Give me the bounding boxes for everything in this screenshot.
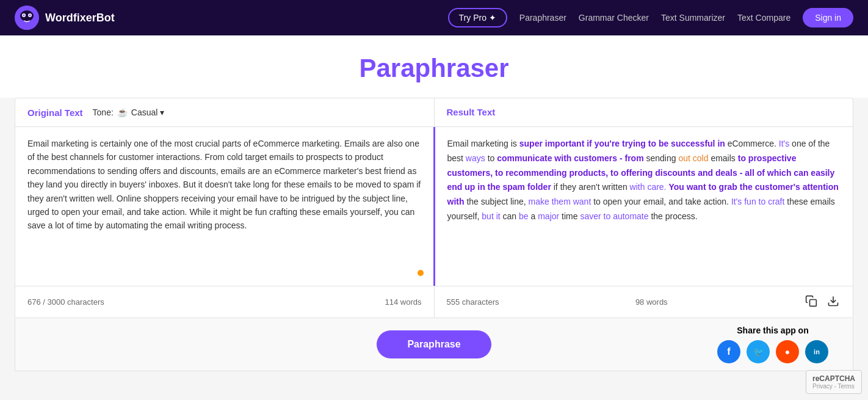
svg-rect-7 bbox=[24, 24, 30, 25]
copy-icon bbox=[805, 295, 817, 307]
highlight-1: super important if you're trying to be s… bbox=[519, 139, 725, 148]
sign-in-button[interactable]: Sign in bbox=[803, 8, 853, 27]
try-pro-button[interactable]: Try Pro ✦ bbox=[448, 8, 507, 27]
result-content: Email marketing is super important if yo… bbox=[447, 137, 841, 224]
highlight-10: It's fun to craft bbox=[731, 197, 785, 206]
char-count: 676 / 3000 characters bbox=[27, 297, 104, 307]
tone-label: Tone: bbox=[93, 107, 114, 117]
facebook-share-button[interactable]: f bbox=[717, 340, 740, 363]
linkedin-icon: in bbox=[814, 348, 820, 355]
copy-button[interactable] bbox=[804, 294, 819, 310]
twitter-icon: 🐦 bbox=[753, 347, 764, 357]
recaptcha-label: reCAPTCHA bbox=[812, 374, 855, 383]
highlight-2: It's bbox=[779, 139, 789, 148]
highlight-5: out cold bbox=[678, 153, 708, 163]
panel-footer: 676 / 3000 characters 114 words 555 char… bbox=[15, 286, 853, 318]
facebook-icon: f bbox=[727, 346, 730, 357]
tone-dropdown[interactable]: Casual ▾ bbox=[131, 107, 165, 117]
tone-value: Casual bbox=[131, 107, 158, 117]
recaptcha-box: reCAPTCHA Privacy - Terms bbox=[806, 370, 862, 394]
highlight-14: saver to automate bbox=[580, 211, 648, 221]
tone-icon: ☕ bbox=[117, 107, 128, 117]
twitter-share-button[interactable]: 🐦 bbox=[747, 340, 770, 363]
bottom-area: Paraphrase Share this app on f 🐦 ● in bbox=[15, 318, 853, 371]
panel-header: Original Text Tone: ☕ Casual ▾ Result Te… bbox=[15, 98, 853, 127]
highlight-4: communicate with customers - from bbox=[497, 153, 643, 163]
highlight-13: major bbox=[538, 211, 559, 221]
linkedin-share-button[interactable]: in bbox=[805, 340, 828, 363]
nav-text-compare[interactable]: Text Compare bbox=[737, 13, 790, 23]
footer-right: 555 characters 98 words bbox=[435, 286, 853, 318]
highlight-3: ways bbox=[466, 153, 485, 163]
page-title: Paraphraser bbox=[0, 54, 868, 83]
panel-header-right: Result Text bbox=[435, 98, 853, 126]
main-panel: Original Text Tone: ☕ Casual ▾ Result Te… bbox=[15, 98, 853, 318]
word-count: 114 words bbox=[385, 297, 422, 307]
share-area: Share this app on f 🐦 ● in bbox=[717, 325, 828, 363]
result-char-count: 555 characters bbox=[447, 297, 499, 307]
download-button[interactable] bbox=[826, 294, 841, 310]
nav-grammar-checker[interactable]: Grammar Checker bbox=[579, 13, 649, 23]
highlight-7: with care. bbox=[630, 182, 667, 192]
footer-icons bbox=[804, 294, 841, 310]
svg-point-5 bbox=[29, 15, 31, 16]
panel-content: Email marketing is certainly one of the … bbox=[15, 127, 853, 286]
left-pane: Email marketing is certainly one of the … bbox=[15, 127, 435, 286]
logo-icon bbox=[15, 5, 39, 30]
svg-point-4 bbox=[23, 15, 25, 16]
download-icon bbox=[827, 295, 839, 307]
chevron-down-icon: ▾ bbox=[160, 107, 164, 117]
original-text-label: Original Text bbox=[27, 107, 83, 118]
original-text-input[interactable]: Email marketing is certainly one of the … bbox=[27, 137, 421, 271]
panel-header-left: Original Text Tone: ☕ Casual ▾ bbox=[15, 98, 435, 126]
logo-text: WordfixerBot bbox=[45, 12, 115, 24]
highlight-9: make them want bbox=[529, 197, 591, 206]
logo-area: WordfixerBot bbox=[15, 5, 115, 30]
highlight-11: but it bbox=[482, 211, 500, 221]
tone-selector: Tone: ☕ Casual ▾ bbox=[93, 107, 165, 117]
orange-dot-indicator bbox=[418, 270, 424, 276]
reddit-icon: ● bbox=[785, 347, 790, 357]
highlight-12: be bbox=[519, 211, 529, 221]
svg-rect-8 bbox=[810, 300, 817, 307]
result-word-count: 98 words bbox=[635, 297, 668, 307]
right-pane: Email marketing is super important if yo… bbox=[435, 127, 853, 286]
recaptcha-terms[interactable]: Privacy - Terms bbox=[812, 383, 855, 390]
page-title-area: Paraphraser bbox=[0, 35, 868, 98]
share-title: Share this app on bbox=[717, 325, 828, 335]
reddit-share-button[interactable]: ● bbox=[776, 340, 799, 363]
result-text-label: Result Text bbox=[447, 107, 496, 117]
nav-text-summarizer[interactable]: Text Summarizer bbox=[661, 13, 725, 23]
share-buttons: f 🐦 ● in bbox=[717, 340, 828, 363]
paraphrase-button[interactable]: Paraphrase bbox=[377, 330, 491, 358]
nav-paraphraser[interactable]: Paraphraser bbox=[519, 13, 566, 23]
footer-left: 676 / 3000 characters 114 words bbox=[15, 286, 435, 318]
header: WordfixerBot Try Pro ✦ Paraphraser Gramm… bbox=[0, 0, 868, 35]
